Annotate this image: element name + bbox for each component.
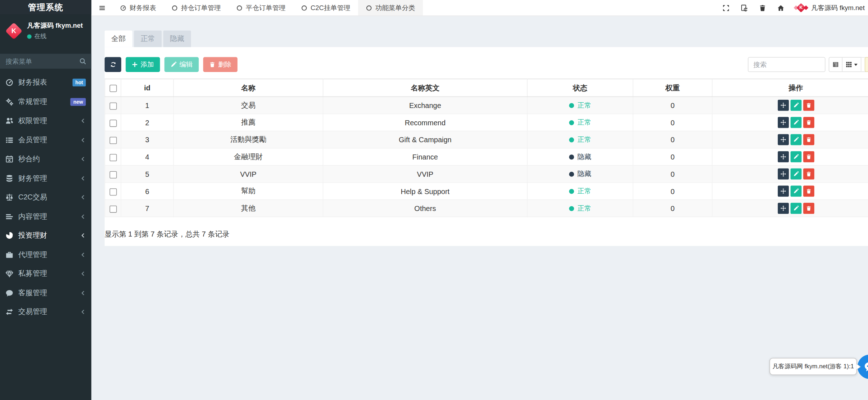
trash-icon: [759, 4, 766, 12]
navbar-fullscreen-button[interactable]: [717, 0, 736, 16]
edit-button[interactable]: 编辑: [164, 57, 199, 72]
nav-tab-label: 平仓订单管理: [246, 3, 286, 12]
row-edit-button[interactable]: [790, 117, 801, 128]
nav-tab-closed-orders[interactable]: 平仓订单管理: [229, 0, 293, 15]
row-move-button[interactable]: [777, 134, 788, 145]
sidebar-badge: hot: [73, 79, 86, 87]
move-icon: [780, 171, 786, 176]
toolbar-extra-button[interactable]: [865, 57, 868, 72]
move-icon: [780, 188, 786, 194]
column-header: 名称: [173, 79, 323, 96]
chevron-left-icon: [80, 194, 86, 200]
toggle-view-button[interactable]: [829, 57, 842, 72]
sidebar-item-finance-report[interactable]: 财务报表hot: [0, 73, 91, 92]
row-move-button[interactable]: [777, 185, 788, 197]
row-edit-button[interactable]: [790, 168, 801, 180]
navbar-clear-cache-button[interactable]: [735, 0, 754, 16]
row-delete-button[interactable]: [803, 168, 814, 180]
user-panel[interactable]: K 凡客源码 fkym.net 在线: [0, 14, 91, 46]
trash-icon: [806, 171, 811, 176]
table-search-input[interactable]: [748, 57, 825, 72]
sidebar-item-private-fund[interactable]: 私募管理: [0, 264, 91, 283]
comment-icon: [5, 289, 13, 297]
nav-tab-finance-report[interactable]: 财务报表: [112, 0, 164, 15]
cell-name-en: Help & Support: [323, 183, 528, 200]
row-edit-button[interactable]: [790, 100, 801, 111]
cell-name: 推薦: [173, 114, 323, 131]
status-badge: 正常: [569, 186, 591, 196]
row-delete-button[interactable]: [803, 151, 814, 162]
filter-tab-normal[interactable]: 正常: [134, 31, 162, 47]
row-checkbox[interactable]: [109, 205, 117, 212]
sidebar-item-label: 财务管理: [18, 173, 80, 183]
navbar-brand[interactable]: K 凡客源码 fkym.net: [790, 2, 867, 13]
row-delete-button[interactable]: [803, 100, 814, 111]
cell-name-en: Exchange: [323, 97, 528, 114]
sidebar-item-label: 财务报表: [18, 78, 73, 88]
row-move-button[interactable]: [777, 100, 788, 111]
row-move-button[interactable]: [777, 117, 788, 128]
row-checkbox[interactable]: [109, 188, 117, 195]
sidebar-item-permission-manage[interactable]: 权限管理: [0, 111, 91, 130]
row-checkbox[interactable]: [109, 136, 117, 144]
row-delete-button[interactable]: [803, 203, 814, 214]
sidebar-item-content-manage[interactable]: 内容管理: [0, 207, 91, 226]
nav-tab-c2c-pending-orders[interactable]: C2C挂单管理: [293, 0, 358, 15]
select-all-checkbox[interactable]: [109, 85, 117, 92]
row-checkbox[interactable]: [109, 120, 117, 127]
row-move-button[interactable]: [777, 151, 788, 162]
brand-logo-icon: K: [795, 2, 808, 13]
sidebar-item-customer-service[interactable]: 客服管理: [0, 283, 91, 302]
row-edit-button[interactable]: [790, 185, 801, 197]
row-actions: [777, 100, 814, 111]
cell-id: 3: [121, 131, 173, 148]
sidebar-item-member-manage[interactable]: 会员管理: [0, 130, 91, 149]
row-edit-button[interactable]: [790, 151, 801, 162]
chat-tooltip: 凡客源码网 fkym.net(游客 1):1: [769, 358, 857, 375]
refresh-button[interactable]: [105, 57, 121, 72]
move-icon: [780, 120, 786, 125]
briefcase-icon: [5, 251, 13, 259]
navbar-home-button[interactable]: [772, 0, 790, 16]
table-row: 6幫助Help & Support正常0: [105, 183, 868, 200]
status-dot-icon: [569, 103, 574, 108]
row-edit-button[interactable]: [790, 134, 801, 145]
filter-tab-hidden[interactable]: 隐藏: [163, 31, 191, 47]
sidebar-item-second-contract[interactable]: 秒合约: [0, 149, 91, 168]
sidebar-item-label: 权限管理: [18, 116, 80, 126]
row-checkbox[interactable]: [109, 102, 117, 109]
navbar-clear-trash-button[interactable]: [754, 0, 772, 16]
add-button[interactable]: 添加: [126, 57, 160, 72]
grid-view-icon: [846, 62, 852, 68]
nav-tab-position-orders[interactable]: 持仓订单管理: [164, 0, 229, 15]
delete-button[interactable]: 删除: [203, 57, 238, 72]
sidebar-item-label: 私募管理: [18, 269, 80, 279]
sidebar-toggle-button[interactable]: [91, 0, 112, 15]
sidebar-item-finance-manage[interactable]: 财务管理: [0, 169, 91, 188]
table-row: 4金融理財Finance隐藏0: [105, 148, 868, 166]
sidebar-item-trade-manage[interactable]: 交易管理: [0, 302, 91, 322]
columns-dropdown-button[interactable]: [842, 57, 861, 72]
nav-tab-menu-category[interactable]: 功能菜单分类: [358, 0, 423, 15]
sidebar-badge: new: [71, 98, 86, 106]
row-checkbox[interactable]: [109, 171, 117, 178]
pencil-icon: [171, 62, 177, 68]
table-row: 3活動與獎勵Gift & Campaign正常0: [105, 131, 868, 148]
clear-cache-icon: [741, 4, 748, 12]
row-move-button[interactable]: [777, 168, 788, 180]
row-edit-button[interactable]: [790, 203, 801, 214]
row-delete-button[interactable]: [803, 185, 814, 197]
row-actions: [777, 134, 814, 145]
chevron-left-icon: [80, 309, 86, 315]
sidebar-item-c2c-trade[interactable]: C2C交易: [0, 188, 91, 207]
sidebar-item-agent-manage[interactable]: 代理管理: [0, 245, 91, 264]
sidebar-item-general-manage[interactable]: 常规管理new: [0, 92, 91, 111]
sidebar-search-input[interactable]: [0, 54, 91, 69]
move-icon: [780, 137, 786, 142]
filter-tab-all[interactable]: 全部: [105, 31, 132, 47]
row-checkbox[interactable]: [109, 154, 117, 161]
row-move-button[interactable]: [777, 203, 788, 214]
row-delete-button[interactable]: [803, 134, 814, 145]
row-delete-button[interactable]: [803, 117, 814, 128]
sidebar-item-investment[interactable]: 投资理财: [0, 226, 91, 245]
